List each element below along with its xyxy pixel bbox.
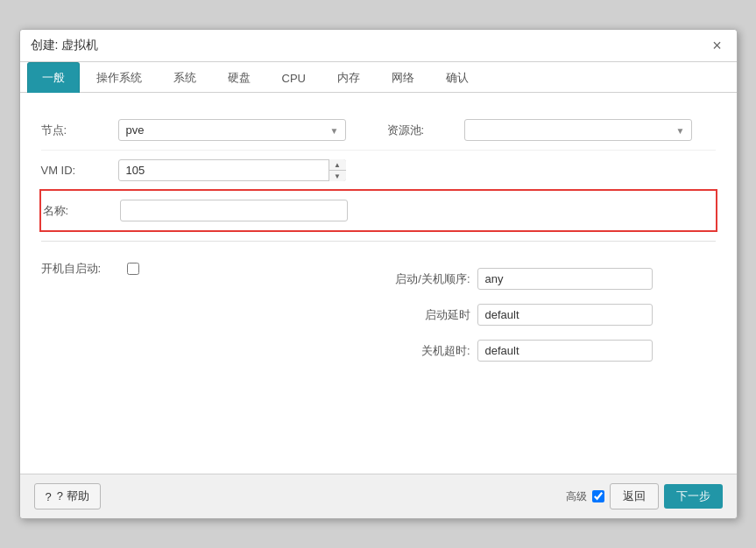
tab-memory[interactable]: 内存 — [322, 62, 375, 93]
tab-disk[interactable]: 硬盘 — [213, 62, 265, 93]
back-button[interactable]: 返回 — [610, 483, 659, 509]
help-button[interactable]: ? ? 帮助 — [34, 483, 101, 509]
startup-order-label: 启动/关机顺序: — [383, 271, 470, 287]
tab-network[interactable]: 网络 — [377, 62, 429, 93]
advanced-label: 高级 — [566, 489, 587, 504]
autostart-row: 开机自启动: 启动/关机顺序: 启动延时 关机超时: — [41, 249, 716, 377]
resource-pool-select[interactable] — [464, 119, 692, 141]
next-button[interactable]: 下一步 — [664, 484, 723, 509]
footer-left: ? ? 帮助 — [34, 483, 101, 509]
divider — [41, 241, 716, 242]
node-label: 节点: — [41, 123, 111, 138]
autostart-checkbox[interactable] — [127, 263, 139, 275]
help-label: ? 帮助 — [57, 488, 89, 504]
startup-delay-row: 启动延时 — [383, 297, 716, 333]
startup-delay-input[interactable] — [477, 304, 653, 326]
tab-general[interactable]: 一般 — [27, 62, 80, 93]
vmid-spinner: ▲ ▼ — [329, 159, 346, 181]
node-select-wrapper: pve ▼ — [118, 119, 346, 141]
footer-right: 高级 返回 下一步 — [566, 483, 723, 509]
tab-cpu[interactable]: CPU — [267, 64, 321, 92]
name-label: 名称: — [43, 203, 113, 219]
tab-confirm[interactable]: 确认 — [431, 62, 484, 93]
shutdown-timeout-label: 关机超时: — [383, 343, 470, 359]
resource-pool-label: 资源池: — [387, 123, 457, 138]
autostart-label: 开机自启动: — [41, 261, 120, 277]
dialog-body: 节点: pve ▼ 资源池: ▼ — [20, 93, 737, 474]
dialog-title: 创建: 虚拟机 — [31, 38, 99, 53]
dialog-header: 创建: 虚拟机 × — [20, 30, 737, 62]
vmid-spinner-up[interactable]: ▲ — [329, 159, 346, 171]
vmid-input[interactable]: 105 — [118, 159, 346, 181]
node-select[interactable]: pve — [118, 119, 346, 141]
vmid-spinner-down[interactable]: ▼ — [329, 171, 346, 181]
create-vm-dialog: 创建: 虚拟机 × 一般 操作系统 系统 硬盘 CPU 内存 网络 确认 节点:… — [19, 29, 738, 519]
shutdown-timeout-input[interactable] — [477, 340, 653, 362]
startup-order-row: 启动/关机顺序: — [383, 261, 716, 297]
vmid-input-wrapper: 105 ▲ ▼ — [118, 159, 346, 181]
close-button[interactable]: × — [709, 37, 726, 54]
tab-os[interactable]: 操作系统 — [81, 62, 157, 93]
node-resource-row: 节点: pve ▼ 资源池: ▼ — [41, 110, 716, 151]
name-row: 名称: — [39, 189, 717, 232]
vmid-row: VM ID: 105 ▲ ▼ — [41, 151, 716, 191]
resource-pool-select-wrapper: ▼ — [464, 119, 692, 141]
form-section: 节点: pve ▼ 资源池: ▼ — [41, 110, 716, 377]
dialog-footer: ? ? 帮助 高级 返回 下一步 — [20, 474, 737, 518]
vmid-label: VM ID: — [41, 164, 111, 177]
tab-bar: 一般 操作系统 系统 硬盘 CPU 内存 网络 确认 — [20, 62, 737, 93]
tab-system[interactable]: 系统 — [159, 62, 211, 93]
startup-delay-label: 启动延时 — [383, 307, 470, 323]
help-icon: ? — [46, 490, 52, 503]
shutdown-timeout-row: 关机超时: — [383, 333, 716, 369]
startup-order-input[interactable] — [477, 268, 653, 290]
advanced-checkbox[interactable] — [592, 490, 604, 502]
name-input[interactable] — [120, 200, 348, 221]
